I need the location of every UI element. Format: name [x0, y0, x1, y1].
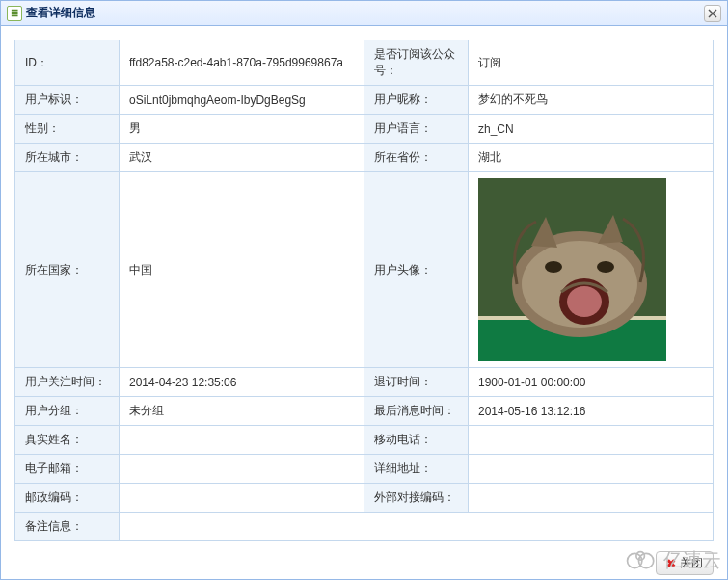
label-gender: 性别： — [15, 115, 120, 144]
table-row: 用户标识： oSiLnt0jbmqhgAeom-IbyDgBegSg 用户昵称：… — [15, 86, 714, 115]
label-unsubtime: 退订时间： — [364, 368, 469, 397]
value-lastmsg: 2014-05-16 13:12:16 — [469, 397, 714, 426]
detail-table: ID： ffd82a58-c2ed-4ab1-870a-795d9969867a… — [14, 40, 714, 541]
value-extcode — [469, 484, 714, 513]
label-id: ID： — [15, 40, 120, 86]
label-followtime: 用户关注时间： — [15, 368, 120, 397]
dialog: ≣ 查看详细信息 ID： ffd82a58-c2ed-4ab1-870a-795… — [0, 0, 728, 580]
value-userident: oSiLnt0jbmqhgAeom-IbyDgBegSg — [120, 86, 364, 115]
close-button-label: 关闭 — [680, 555, 703, 571]
table-row: 所在国家： 中国 用户头像： — [15, 172, 714, 368]
table-row: 电子邮箱： 详细地址： — [15, 455, 714, 484]
label-extcode: 外部对接编码： — [364, 484, 469, 513]
table-row: 性别： 男 用户语言： zh_CN — [15, 115, 714, 144]
svg-point-8 — [567, 286, 602, 317]
value-unsubtime: 1900-01-01 00:00:00 — [469, 368, 714, 397]
value-remark — [120, 513, 714, 541]
value-subscribed: 订阅 — [469, 40, 714, 86]
value-id: ffd82a58-c2ed-4ab1-870a-795d9969867a — [120, 40, 364, 86]
label-userident: 用户标识： — [15, 86, 120, 115]
value-followtime: 2014-04-23 12:35:06 — [120, 368, 364, 397]
table-row: 用户分组： 未分组 最后消息时间： 2014-05-16 13:12:16 — [15, 397, 714, 426]
value-country: 中国 — [120, 172, 364, 368]
label-address: 详细地址： — [364, 455, 469, 484]
label-email: 电子邮箱： — [15, 455, 120, 484]
value-province: 湖北 — [469, 144, 714, 172]
value-avatar — [469, 172, 714, 368]
detail-icon: ≣ — [7, 6, 22, 21]
value-realname — [120, 426, 364, 455]
table-row: ID： ffd82a58-c2ed-4ab1-870a-795d9969867a… — [15, 40, 714, 86]
label-province: 所在省份： — [364, 144, 469, 172]
value-address — [469, 455, 714, 484]
avatar-image — [478, 178, 666, 361]
svg-point-5 — [545, 261, 562, 273]
value-postcode — [120, 484, 364, 513]
value-nickname: 梦幻的不死鸟 — [469, 86, 714, 115]
dialog-title: 查看详细信息 — [26, 5, 704, 21]
table-row: 用户关注时间： 2014-04-23 12:35:06 退订时间： 1900-0… — [15, 368, 714, 397]
table-row: 备注信息： — [15, 513, 714, 541]
label-realname: 真实姓名： — [15, 426, 120, 455]
x-icon: ✖ — [666, 557, 676, 570]
label-avatar: 用户头像： — [364, 172, 469, 368]
value-group: 未分组 — [120, 397, 364, 426]
label-remark: 备注信息： — [15, 513, 120, 541]
value-email — [120, 455, 364, 484]
svg-point-6 — [597, 261, 614, 273]
value-mobile — [469, 426, 714, 455]
dialog-body: ID： ffd82a58-c2ed-4ab1-870a-795d9969867a… — [1, 26, 727, 579]
value-lang: zh_CN — [469, 115, 714, 144]
label-city: 所在城市： — [15, 144, 120, 172]
table-row: 所在城市： 武汉 所在省份： 湖北 — [15, 144, 714, 172]
table-row: 真实姓名： 移动电话： — [15, 426, 714, 455]
value-city: 武汉 — [120, 144, 364, 172]
label-nickname: 用户昵称： — [364, 86, 469, 115]
label-mobile: 移动电话： — [364, 426, 469, 455]
title-bar: ≣ 查看详细信息 — [1, 1, 727, 26]
table-row: 邮政编码： 外部对接编码： — [15, 484, 714, 513]
label-subscribed: 是否订阅该公众号： — [364, 40, 469, 86]
label-postcode: 邮政编码： — [15, 484, 120, 513]
label-lang: 用户语言： — [364, 115, 469, 144]
label-country: 所在国家： — [15, 172, 120, 368]
close-button[interactable]: ✖ 关闭 — [656, 551, 714, 575]
label-lastmsg: 最后消息时间： — [364, 397, 469, 426]
close-icon[interactable] — [704, 5, 721, 22]
label-group: 用户分组： — [15, 397, 120, 426]
value-gender: 男 — [120, 115, 364, 144]
button-row: ✖ 关闭 — [14, 551, 714, 575]
